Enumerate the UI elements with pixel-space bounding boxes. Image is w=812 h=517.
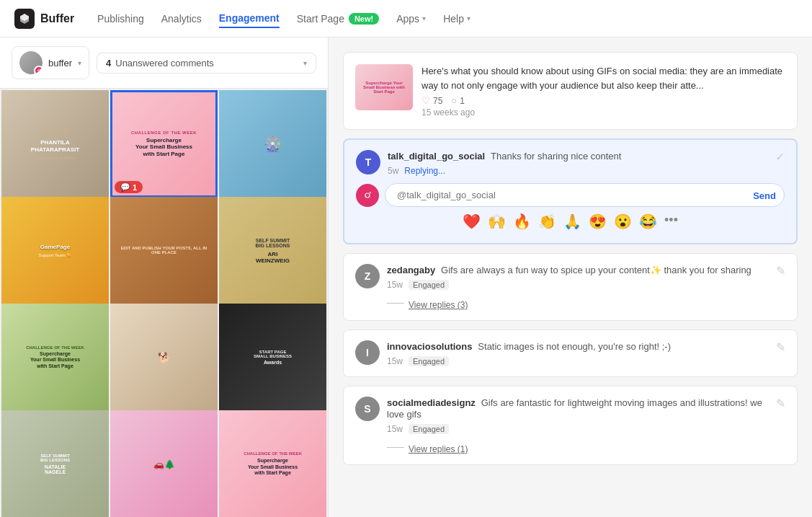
nav-engagement[interactable]: Engagement (219, 9, 280, 28)
engaged-badge: Engaged (409, 280, 449, 290)
post-card: Supercharge Your Small Business with Sta… (343, 52, 798, 130)
comment-avatar: I (355, 340, 380, 365)
engaged-badge: Engaged (409, 356, 449, 366)
grid-item[interactable]: Self SummitBig Lessons NATALIENAGELE (1, 410, 109, 517)
nav-help-arrow: ▾ (467, 14, 470, 22)
badge-count: 1 (133, 183, 137, 192)
grid-item[interactable]: Start PageSmall Business Awards (219, 304, 326, 411)
nav-apps[interactable]: Apps ▾ (396, 13, 426, 25)
grid-item[interactable]: 🐕 (110, 304, 218, 411)
grid-item[interactable]: Challenge of the Week SuperchargeYour Sm… (1, 304, 109, 411)
account-chevron: ▾ (78, 59, 81, 67)
reply-input[interactable] (385, 183, 785, 207)
comment-username: innovaciosolutions (387, 341, 472, 352)
edit-icon[interactable]: ✎ (776, 340, 785, 354)
edit-icon[interactable]: ✓ (775, 150, 785, 164)
comment-avatar: S (355, 397, 380, 421)
comment-icon: ○ (451, 95, 457, 106)
post-comments: ○ 1 (451, 95, 465, 106)
comment-time: 15w (387, 424, 403, 434)
grid-item[interactable]: Self SummitBig Lessons PHANTILAPHATARAPR… (1, 90, 109, 198)
comment-avatar: T (356, 150, 380, 174)
account-name: buffer (48, 58, 72, 69)
grid-item[interactable]: Challenge of the Week SuperchargeYour Sm… (219, 410, 326, 517)
comment-text: Gifs are always a fun way to spice up yo… (441, 265, 751, 275)
buffer-logo-icon (14, 9, 35, 29)
emoji-clap[interactable]: 👏 (538, 213, 556, 230)
emoji-heart[interactable]: ❤️ (463, 213, 481, 230)
svg-point-3 (40, 69, 41, 70)
comment-username: talk_digital_go_social (388, 151, 485, 162)
filter-label: Unanswered comments (115, 58, 214, 69)
reply-send-button[interactable]: Send (753, 190, 776, 200)
filter-count: 4 (106, 58, 111, 69)
svg-point-6 (370, 192, 371, 193)
comment-card-socialmedia: S socialmediadesignz Gifs are fantastic … (343, 386, 798, 465)
post-text: Here's what you should know about using … (421, 64, 785, 92)
grid-item[interactable]: Self SummitBig Lessons ARIWEINZWEIG (219, 197, 326, 304)
edit-icon[interactable]: ✎ (776, 397, 785, 410)
grid-item[interactable]: 🚗🌲 (110, 410, 218, 517)
nav-start-page[interactable]: Start Page New! (297, 13, 379, 25)
emoji-row: ❤️ 🙌 🔥 👏 🙏 😍 😮 😂 ••• (356, 207, 785, 233)
account-selector[interactable]: buffer ▾ (12, 46, 89, 79)
grid-item[interactable]: 🎡 (219, 90, 326, 198)
emoji-wow[interactable]: 😮 (614, 213, 632, 230)
nav-analytics[interactable]: Analytics (161, 10, 202, 27)
comment-card-innovacio: I innovaciosolutions Static images is no… (343, 330, 798, 377)
engaged-badge: Engaged (409, 424, 449, 434)
heart-icon: ♡ (421, 95, 430, 106)
emoji-heart-eyes[interactable]: 😍 (589, 213, 607, 230)
post-likes: ♡ 75 (421, 95, 442, 106)
comment-avatar: Z (355, 264, 380, 288)
svg-rect-4 (362, 190, 373, 201)
comment-card-zedangaby: Z zedangaby Gifs are always a fun way to… (343, 253, 798, 321)
logo[interactable]: Buffer (14, 9, 74, 29)
comment-username: socialmediadesignz (387, 397, 476, 408)
view-replies-link[interactable]: View replies (1) (409, 444, 468, 454)
nav-apps-label: Apps (396, 13, 419, 25)
svg-point-1 (36, 68, 42, 74)
nav-help[interactable]: Help ▾ (443, 13, 470, 25)
comment-time: 15w (387, 280, 403, 290)
emoji-pray[interactable]: 🙏 (563, 213, 581, 230)
avatar (19, 51, 43, 74)
filter-button[interactable]: 4 Unanswered comments ▾ (97, 53, 316, 74)
edit-icon[interactable]: ✎ (776, 264, 785, 278)
comment-username: zedangaby (387, 265, 435, 275)
instagram-badge (34, 66, 43, 74)
nav-start-page-label: Start Page (297, 13, 344, 25)
image-grid: Self SummitBig Lessons PHANTILAPHATARAPR… (0, 89, 328, 517)
emoji-fire[interactable]: 🔥 (513, 213, 531, 230)
right-panel: Supercharge Your Small Business with Sta… (329, 37, 812, 517)
post-thumbnail: Supercharge Your Small Business with Sta… (355, 64, 413, 110)
reply-input-area: Send (356, 183, 785, 207)
filter-chevron: ▾ (303, 59, 307, 67)
thumbnail-text: Supercharge Your Small Business with Sta… (360, 81, 409, 94)
comment-time: 5w (388, 166, 398, 176)
view-replies-link[interactable]: View replies (3) (409, 300, 468, 310)
comment-status: Replying... (404, 166, 445, 176)
grid-item[interactable]: GamePage Support Team 🏆 (1, 197, 109, 304)
left-panel: buffer ▾ 4 Unanswered comments ▾ Self Su… (0, 37, 329, 517)
top-nav: Buffer Publishing Analytics Engagement S… (0, 0, 812, 37)
logo-text: Buffer (40, 12, 74, 25)
instagram-logo-icon (362, 190, 373, 201)
reply-avatar (356, 184, 379, 207)
grid-item-selected[interactable]: Challenge of the Week SuperchargeYour Sm… (110, 90, 218, 198)
comment-count-badge: 💬 1 (115, 181, 143, 193)
emoji-raised-hands[interactable]: 🙌 (488, 213, 506, 230)
nav-publishing[interactable]: Publishing (97, 10, 144, 27)
emoji-more[interactable]: ••• (664, 213, 678, 230)
grid-item[interactable]: Edit and publish your posts, all in one … (110, 197, 218, 304)
comment-time: 15w (387, 356, 403, 366)
nav-apps-arrow: ▾ (422, 14, 426, 22)
emoji-laugh[interactable]: 😂 (639, 213, 657, 230)
start-page-badge: New! (349, 13, 379, 25)
comment-text: Thanks for sharing nice content (491, 151, 621, 162)
comment-card-talk-digital: T talk_digital_go_social Thanks for shar… (343, 138, 798, 244)
nav-help-label: Help (443, 13, 464, 25)
instagram-icon (36, 68, 42, 74)
comment-text: Static images is not enough, you're so r… (478, 341, 671, 352)
post-time: 15 weeks ago (421, 107, 785, 118)
